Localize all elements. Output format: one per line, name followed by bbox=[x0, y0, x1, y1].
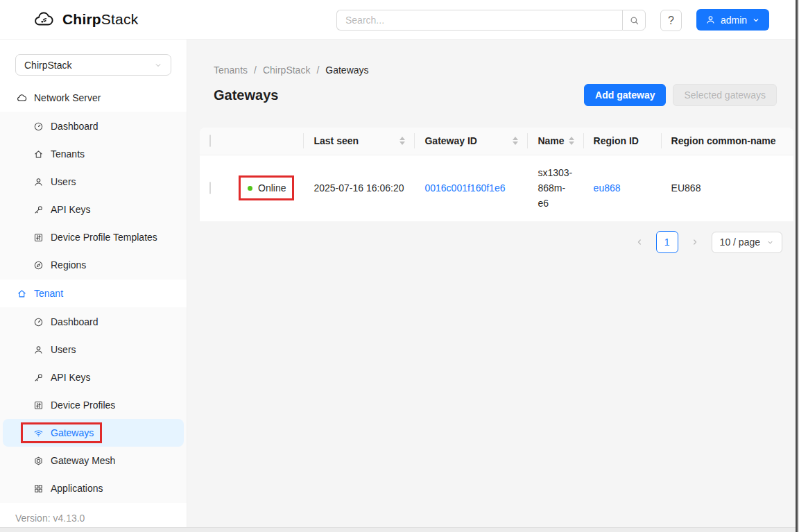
sort-icon[interactable] bbox=[569, 137, 574, 145]
column-gateway-id[interactable]: Gateway ID bbox=[415, 128, 528, 155]
home-icon bbox=[17, 289, 27, 299]
column-label: Gateway ID bbox=[424, 135, 476, 146]
chirpstack-logo[interactable]: ChirpStack bbox=[31, 9, 138, 30]
row-status-cell: Online bbox=[229, 155, 304, 221]
row-region-common-name-cell: EU868 bbox=[662, 155, 793, 221]
version-label: Version: v4.13.0 bbox=[15, 513, 85, 524]
sidebar-item-label: Dashboard bbox=[51, 316, 98, 327]
sidebar-item-label: Users bbox=[51, 176, 76, 187]
compass-icon bbox=[33, 260, 44, 271]
row-checkbox[interactable] bbox=[209, 182, 211, 194]
chevron-down-icon bbox=[752, 16, 760, 24]
search-button[interactable] bbox=[622, 10, 646, 31]
region-id-link[interactable]: eu868 bbox=[594, 182, 621, 194]
previous-page-button[interactable] bbox=[629, 232, 650, 252]
sidebar-item-ns-tenants[interactable]: Tenants bbox=[3, 140, 184, 168]
sidebar-group-tenant[interactable]: Tenant bbox=[0, 280, 187, 307]
sidebar-menu: Network Server Dashboard Tenants bbox=[0, 84, 187, 503]
tenant-selector-dropdown[interactable]: ChirpStack bbox=[15, 54, 171, 76]
wifi-icon bbox=[33, 428, 44, 438]
sidebar-item-label: Dashboard bbox=[51, 121, 98, 132]
header-checkbox-cell bbox=[200, 128, 229, 155]
row-region-id-cell: eu868 bbox=[584, 155, 662, 221]
chevron-down-icon bbox=[766, 239, 774, 246]
control-icon bbox=[33, 232, 44, 243]
sidebar-item-tenant-gateways[interactable]: Gateways bbox=[3, 419, 184, 447]
sidebar: ChirpStack Network Server Dashboard bbox=[0, 40, 187, 532]
global-search bbox=[336, 10, 646, 31]
key-icon bbox=[33, 205, 44, 215]
page-title: Gateways bbox=[214, 87, 278, 103]
sidebar-item-label: Device Profile Templates bbox=[51, 232, 157, 243]
select-all-checkbox[interactable] bbox=[209, 135, 211, 147]
home-icon bbox=[33, 149, 44, 160]
search-input[interactable] bbox=[336, 10, 622, 31]
main-content: Tenants / ChirpStack / Gateways Gateways… bbox=[187, 40, 799, 532]
user-icon bbox=[33, 345, 44, 355]
key-icon bbox=[33, 372, 44, 383]
sidebar-item-label: Gateways bbox=[51, 427, 94, 438]
sidebar-item-ns-api-keys[interactable]: API Keys bbox=[3, 196, 184, 223]
vertical-scrollbar-thumb[interactable] bbox=[796, 0, 798, 532]
next-page-button[interactable] bbox=[685, 232, 705, 252]
sidebar-item-tenant-users[interactable]: Users bbox=[3, 336, 184, 363]
control-icon bbox=[33, 400, 44, 411]
cloud-logo-icon bbox=[31, 9, 56, 30]
breadcrumb-tenants[interactable]: Tenants bbox=[214, 65, 248, 76]
column-name[interactable]: Name bbox=[528, 128, 583, 155]
user-icon bbox=[33, 177, 44, 187]
page-size-select[interactable]: 10 / page bbox=[712, 232, 782, 253]
top-header: ChirpStack ? admin bbox=[0, 0, 799, 40]
tenant-selector-value: ChirpStack bbox=[24, 60, 71, 71]
gateways-table: Last seen Gateway ID N bbox=[200, 128, 793, 221]
row-last-seen-cell: 2025-07-16 16:06:20 bbox=[304, 155, 415, 221]
sidebar-item-label: Device Profiles bbox=[51, 400, 115, 411]
table-row: Online 2025-07-16 16:06:20 0016c001f160f… bbox=[200, 155, 793, 221]
tenant-submenu: Dashboard Users API Keys bbox=[0, 307, 187, 503]
sidebar-item-tenant-applications[interactable]: Applications bbox=[3, 474, 184, 502]
add-gateway-button[interactable]: Add gateway bbox=[584, 84, 666, 106]
annotation-box-online: Online bbox=[239, 175, 294, 200]
sidebar-item-ns-device-profile-templates[interactable]: Device Profile Templates bbox=[3, 223, 184, 251]
sort-icon[interactable] bbox=[513, 137, 518, 145]
row-gateway-id-cell: 0016c001f160f1e6 bbox=[415, 155, 528, 221]
breadcrumb: Tenants / ChirpStack / Gateways bbox=[214, 65, 793, 76]
status-badge: Online bbox=[258, 180, 286, 196]
sidebar-item-tenant-dashboard[interactable]: Dashboard bbox=[3, 308, 184, 336]
cloud-icon bbox=[17, 93, 27, 103]
sort-icon[interactable] bbox=[400, 137, 405, 145]
column-region-id: Region ID bbox=[584, 128, 662, 155]
sidebar-item-tenant-api-keys[interactable]: API Keys bbox=[3, 363, 184, 391]
row-checkbox-cell bbox=[200, 155, 229, 221]
pagination: 1 10 / page bbox=[200, 231, 782, 253]
sidebar-item-tenant-device-profiles[interactable]: Device Profiles bbox=[3, 391, 184, 419]
sidebar-group-network-server[interactable]: Network Server bbox=[0, 84, 187, 112]
breadcrumb-separator: / bbox=[316, 65, 319, 76]
sidebar-item-ns-regions[interactable]: Regions bbox=[3, 251, 184, 279]
sidebar-item-tenant-gateway-mesh[interactable]: Gateway Mesh bbox=[3, 447, 184, 474]
online-status-dot-icon bbox=[248, 186, 252, 191]
sidebar-item-label: API Keys bbox=[51, 204, 91, 215]
breadcrumb-chirpstack[interactable]: ChirpStack bbox=[263, 65, 310, 76]
sidebar-item-ns-users[interactable]: Users bbox=[3, 168, 184, 196]
sidebar-item-label: Users bbox=[51, 344, 76, 355]
brand-text: ChirpStack bbox=[62, 11, 138, 28]
selected-gateways-button[interactable]: Selected gateways bbox=[673, 84, 777, 106]
network-server-submenu: Dashboard Tenants Users bbox=[0, 112, 187, 280]
gateway-id-link[interactable]: 0016c001f160f1e6 bbox=[424, 182, 505, 194]
page-number-button[interactable]: 1 bbox=[656, 231, 678, 253]
column-last-seen[interactable]: Last seen bbox=[304, 128, 415, 155]
help-button[interactable]: ? bbox=[660, 10, 682, 31]
column-region-common-name: Region common-name bbox=[662, 128, 793, 155]
column-status bbox=[229, 128, 304, 155]
horizontal-scrollbar[interactable] bbox=[0, 527, 799, 532]
column-label: Last seen bbox=[313, 135, 359, 146]
sidebar-item-label: Regions bbox=[51, 259, 86, 271]
user-menu-button[interactable]: admin bbox=[696, 9, 769, 31]
table-header-row: Last seen Gateway ID N bbox=[200, 128, 793, 155]
sidebar-item-ns-dashboard[interactable]: Dashboard bbox=[3, 112, 184, 140]
search-icon bbox=[629, 15, 639, 26]
sidebar-group-label: Network Server bbox=[34, 92, 101, 103]
row-name-cell: sx1303-868m-e6 bbox=[528, 155, 583, 221]
sidebar-item-label: Applications bbox=[51, 483, 103, 494]
